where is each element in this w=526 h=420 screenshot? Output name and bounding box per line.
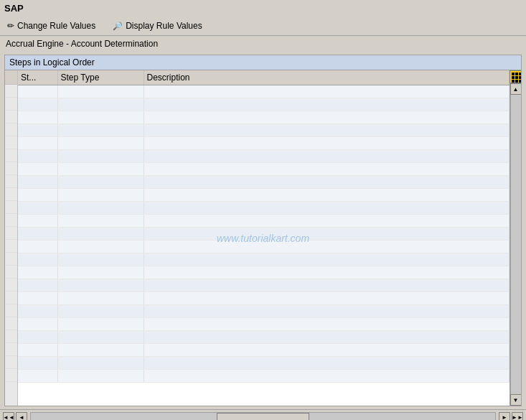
table-row[interactable] bbox=[18, 163, 509, 176]
table-row[interactable] bbox=[18, 279, 509, 292]
table-row[interactable] bbox=[18, 124, 509, 137]
vertical-scrollbar: ▲ ▼ bbox=[509, 70, 521, 406]
table-row[interactable] bbox=[18, 202, 509, 215]
scroll-down-button[interactable]: ▼ bbox=[510, 394, 522, 406]
toolbar: Change Rule Values Display Rule Values bbox=[0, 17, 526, 36]
nav-prev-button[interactable]: ◄ bbox=[16, 412, 27, 421]
table-row[interactable] bbox=[18, 189, 509, 202]
col-header-step: St... bbox=[18, 70, 57, 85]
table-row[interactable] bbox=[18, 176, 509, 189]
table-row[interactable] bbox=[18, 344, 509, 357]
nav-last-button[interactable]: ►► bbox=[512, 412, 523, 421]
page-title: Accrual Engine - Account Determination bbox=[0, 36, 526, 52]
table-row[interactable] bbox=[18, 228, 509, 241]
display-rule-values-button[interactable]: Display Rule Values bbox=[110, 19, 205, 32]
row-num-cell bbox=[5, 85, 17, 98]
table-row[interactable] bbox=[18, 331, 509, 344]
horizontal-scroll-thumb[interactable] bbox=[217, 413, 309, 421]
table-row[interactable] bbox=[18, 357, 509, 370]
table-row[interactable] bbox=[18, 305, 509, 318]
table-row[interactable] bbox=[18, 85, 509, 98]
horizontal-scroll-track[interactable] bbox=[30, 412, 496, 421]
table-container: St... Step Type Description bbox=[5, 70, 521, 406]
change-rule-values-label: Change Rule Values bbox=[17, 21, 95, 31]
data-table: St... Step Type Description bbox=[18, 70, 509, 383]
row-num-header bbox=[5, 70, 17, 85]
pencil-icon bbox=[7, 21, 14, 31]
table-row[interactable] bbox=[18, 98, 509, 111]
table-row[interactable] bbox=[18, 215, 509, 228]
table-row[interactable] bbox=[18, 241, 509, 253]
grid-toggle-icon[interactable] bbox=[509, 70, 522, 83]
scroll-up-button[interactable]: ▲ bbox=[510, 83, 522, 95]
section-header: Steps in Logical Order bbox=[5, 55, 521, 70]
h-scroll-nav-right: ► ►► bbox=[499, 412, 523, 421]
table-row[interactable] bbox=[18, 318, 509, 331]
app-title: SAP bbox=[4, 3, 24, 14]
data-table-wrap: St... Step Type Description bbox=[18, 70, 509, 406]
display-rule-values-label: Display Rule Values bbox=[126, 21, 202, 31]
bottom-bar: ◄◄ ◄ ► ►► bbox=[0, 409, 526, 420]
row-numbers bbox=[5, 70, 18, 406]
table-row[interactable] bbox=[18, 292, 509, 305]
nav-first-button[interactable]: ◄◄ bbox=[3, 412, 14, 421]
table-row[interactable] bbox=[18, 370, 509, 383]
main-content: Steps in Logical Order bbox=[4, 55, 522, 406]
table-row[interactable] bbox=[18, 111, 509, 124]
change-rule-values-button[interactable]: Change Rule Values bbox=[4, 19, 98, 32]
glasses-icon bbox=[113, 21, 123, 31]
table-row[interactable] bbox=[18, 137, 509, 150]
title-bar: SAP bbox=[0, 0, 526, 17]
table-row[interactable] bbox=[18, 253, 509, 266]
col-header-description: Description bbox=[144, 70, 509, 85]
col-header-step-type: Step Type bbox=[57, 70, 144, 85]
table-row[interactable] bbox=[18, 150, 509, 163]
table-row[interactable] bbox=[18, 266, 509, 279]
h-scroll-nav-left: ◄◄ ◄ bbox=[3, 412, 27, 421]
scroll-track bbox=[510, 95, 522, 394]
nav-next-button[interactable]: ► bbox=[499, 412, 510, 421]
